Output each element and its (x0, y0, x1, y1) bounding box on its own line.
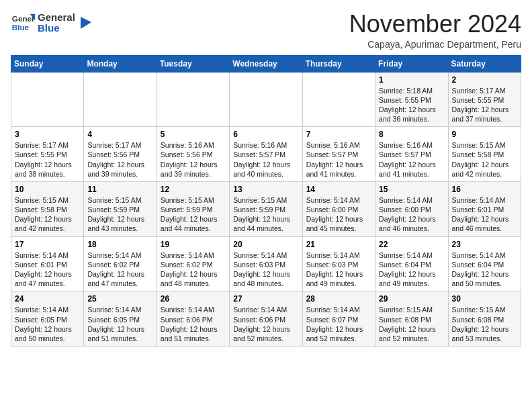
calendar-week-1: 1Sunrise: 5:18 AM Sunset: 5:55 PM Daylig… (11, 72, 521, 127)
day-info: Sunrise: 5:15 AM Sunset: 5:59 PM Dayligh… (87, 195, 152, 234)
day-info: Sunrise: 5:14 AM Sunset: 6:05 PM Dayligh… (15, 305, 80, 343)
logo-blue: Blue (38, 23, 75, 34)
day-info: Sunrise: 5:15 AM Sunset: 5:58 PM Dayligh… (452, 140, 517, 179)
weekday-header-friday: Friday (375, 55, 448, 72)
day-info: Sunrise: 5:14 AM Sunset: 6:06 PM Dayligh… (233, 305, 298, 343)
day-number: 11 (87, 185, 152, 194)
day-number: 13 (233, 185, 298, 194)
logo-general: General (38, 12, 75, 24)
day-info: Sunrise: 5:18 AM Sunset: 5:55 PM Dayligh… (379, 86, 444, 124)
day-info: Sunrise: 5:14 AM Sunset: 6:06 PM Dayligh… (161, 305, 226, 343)
calendar-cell: 27Sunrise: 5:14 AM Sunset: 6:06 PM Dayli… (230, 291, 302, 347)
day-number: 22 (379, 240, 444, 249)
logo-triangle-icon (78, 15, 93, 30)
calendar-week-3: 10Sunrise: 5:15 AM Sunset: 5:58 PM Dayli… (11, 181, 521, 236)
calendar-cell: 9Sunrise: 5:15 AM Sunset: 5:58 PM Daylig… (448, 127, 521, 182)
calendar-cell: 8Sunrise: 5:16 AM Sunset: 5:57 PM Daylig… (375, 127, 448, 182)
day-info: Sunrise: 5:16 AM Sunset: 5:56 PM Dayligh… (161, 140, 226, 179)
day-number: 3 (15, 130, 80, 139)
calendar-cell: 20Sunrise: 5:14 AM Sunset: 6:03 PM Dayli… (230, 236, 302, 291)
calendar-cell: 4Sunrise: 5:17 AM Sunset: 5:56 PM Daylig… (84, 127, 157, 182)
calendar-table: SundayMondayTuesdayWednesdayThursdayFrid… (11, 55, 521, 347)
calendar-cell: 6Sunrise: 5:16 AM Sunset: 5:57 PM Daylig… (230, 127, 302, 182)
day-info: Sunrise: 5:15 AM Sunset: 5:58 PM Dayligh… (15, 195, 80, 234)
day-info: Sunrise: 5:17 AM Sunset: 5:56 PM Dayligh… (87, 140, 152, 179)
calendar-cell: 13Sunrise: 5:15 AM Sunset: 5:59 PM Dayli… (230, 181, 302, 236)
calendar-cell (84, 72, 157, 127)
day-number: 17 (15, 240, 80, 249)
calendar-cell: 16Sunrise: 5:14 AM Sunset: 6:01 PM Dayli… (448, 181, 521, 236)
day-info: Sunrise: 5:14 AM Sunset: 6:02 PM Dayligh… (161, 250, 226, 289)
calendar-cell: 7Sunrise: 5:16 AM Sunset: 5:57 PM Daylig… (302, 127, 375, 182)
day-info: Sunrise: 5:16 AM Sunset: 5:57 PM Dayligh… (306, 140, 371, 179)
calendar-week-5: 24Sunrise: 5:14 AM Sunset: 6:05 PM Dayli… (11, 291, 521, 347)
weekday-header-sunday: Sunday (11, 55, 84, 72)
day-number: 5 (161, 130, 226, 139)
calendar-cell: 2Sunrise: 5:17 AM Sunset: 5:55 PM Daylig… (448, 72, 521, 127)
day-info: Sunrise: 5:16 AM Sunset: 5:57 PM Dayligh… (379, 140, 444, 179)
calendar-cell: 3Sunrise: 5:17 AM Sunset: 5:55 PM Daylig… (11, 127, 84, 182)
day-info: Sunrise: 5:14 AM Sunset: 6:00 PM Dayligh… (379, 195, 444, 234)
calendar-cell: 21Sunrise: 5:14 AM Sunset: 6:03 PM Dayli… (302, 236, 375, 291)
day-number: 1 (379, 75, 444, 85)
calendar-cell (11, 72, 84, 127)
month-title: November 2024 (349, 11, 521, 38)
weekday-header-thursday: Thursday (302, 55, 375, 72)
calendar-cell: 22Sunrise: 5:14 AM Sunset: 6:04 PM Dayli… (375, 236, 448, 291)
title-block: November 2024 Capaya, Apurimac Departmen… (349, 11, 521, 50)
weekday-header-monday: Monday (84, 55, 157, 72)
calendar-cell: 1Sunrise: 5:18 AM Sunset: 5:55 PM Daylig… (375, 72, 448, 127)
weekday-header-wednesday: Wednesday (230, 55, 302, 72)
day-info: Sunrise: 5:14 AM Sunset: 6:05 PM Dayligh… (87, 305, 152, 343)
day-info: Sunrise: 5:15 AM Sunset: 6:08 PM Dayligh… (379, 305, 444, 343)
day-info: Sunrise: 5:14 AM Sunset: 6:04 PM Dayligh… (379, 250, 444, 289)
calendar-cell: 26Sunrise: 5:14 AM Sunset: 6:06 PM Dayli… (157, 291, 229, 347)
day-number: 16 (452, 185, 517, 194)
day-number: 21 (306, 240, 371, 249)
day-number: 15 (379, 185, 444, 194)
day-number: 20 (233, 240, 298, 249)
day-info: Sunrise: 5:15 AM Sunset: 5:59 PM Dayligh… (233, 195, 298, 234)
day-number: 25 (87, 294, 152, 304)
day-number: 12 (161, 185, 226, 194)
weekday-header-tuesday: Tuesday (157, 55, 229, 72)
logo: General Blue General Blue (11, 11, 93, 35)
day-info: Sunrise: 5:15 AM Sunset: 6:08 PM Dayligh… (452, 305, 517, 343)
calendar-cell: 18Sunrise: 5:14 AM Sunset: 6:02 PM Dayli… (84, 236, 157, 291)
calendar-cell: 5Sunrise: 5:16 AM Sunset: 5:56 PM Daylig… (157, 127, 229, 182)
day-info: Sunrise: 5:14 AM Sunset: 6:03 PM Dayligh… (233, 250, 298, 289)
day-number: 4 (87, 130, 152, 139)
day-info: Sunrise: 5:16 AM Sunset: 5:57 PM Dayligh… (233, 140, 298, 179)
calendar-cell (230, 72, 302, 127)
day-number: 10 (15, 185, 80, 194)
calendar-cell: 30Sunrise: 5:15 AM Sunset: 6:08 PM Dayli… (448, 291, 521, 347)
calendar-cell: 23Sunrise: 5:14 AM Sunset: 6:04 PM Dayli… (448, 236, 521, 291)
day-number: 2 (452, 75, 517, 85)
day-number: 14 (306, 185, 371, 194)
day-info: Sunrise: 5:14 AM Sunset: 6:03 PM Dayligh… (306, 250, 371, 289)
day-number: 8 (379, 130, 444, 139)
day-number: 26 (161, 294, 226, 304)
day-info: Sunrise: 5:14 AM Sunset: 6:01 PM Dayligh… (452, 195, 517, 234)
calendar-cell (157, 72, 229, 127)
calendar-cell: 28Sunrise: 5:14 AM Sunset: 6:07 PM Dayli… (302, 291, 375, 347)
day-number: 19 (161, 240, 226, 249)
calendar-week-2: 3Sunrise: 5:17 AM Sunset: 5:55 PM Daylig… (11, 127, 521, 182)
day-number: 30 (452, 294, 517, 304)
day-number: 23 (452, 240, 517, 249)
day-info: Sunrise: 5:14 AM Sunset: 6:04 PM Dayligh… (452, 250, 517, 289)
calendar-cell: 17Sunrise: 5:14 AM Sunset: 6:01 PM Dayli… (11, 236, 84, 291)
calendar-cell: 29Sunrise: 5:15 AM Sunset: 6:08 PM Dayli… (375, 291, 448, 347)
calendar-cell: 14Sunrise: 5:14 AM Sunset: 6:00 PM Dayli… (302, 181, 375, 236)
page-header: General Blue General Blue November 2024 … (11, 11, 521, 50)
day-number: 27 (233, 294, 298, 304)
location-subtitle: Capaya, Apurimac Department, Peru (349, 39, 521, 50)
calendar-body: 1Sunrise: 5:18 AM Sunset: 5:55 PM Daylig… (11, 72, 521, 346)
calendar-cell: 19Sunrise: 5:14 AM Sunset: 6:02 PM Dayli… (157, 236, 229, 291)
day-info: Sunrise: 5:14 AM Sunset: 6:07 PM Dayligh… (306, 305, 371, 343)
day-number: 9 (452, 130, 517, 139)
calendar-header: SundayMondayTuesdayWednesdayThursdayFrid… (11, 55, 521, 72)
calendar-cell: 12Sunrise: 5:15 AM Sunset: 5:59 PM Dayli… (157, 181, 229, 236)
day-info: Sunrise: 5:17 AM Sunset: 5:55 PM Dayligh… (452, 86, 517, 124)
day-number: 7 (306, 130, 371, 139)
